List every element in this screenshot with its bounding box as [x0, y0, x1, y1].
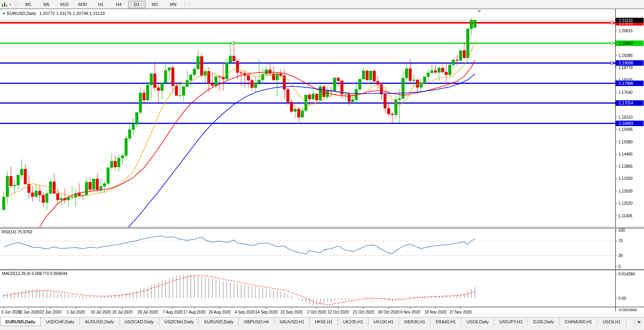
timeframe-button-H1[interactable]: H1: [92, 1, 109, 8]
chart-tab-china300-h1[interactable]: CHINA300,H1: [559, 317, 598, 326]
hline-1.17998[interactable]: 1.17998: [0, 81, 644, 86]
chart-tab-ger30-h1[interactable]: GER30,H1: [399, 317, 431, 326]
price-chart[interactable]: 1.206151.193851.187701.181551.175401.163…: [0, 9, 644, 227]
hline-1.19008[interactable]: 1.19008: [0, 60, 644, 66]
chart-title: ▼EURUSD,Daily1.20772 1.21175 1.20749 1.2…: [2, 11, 105, 16]
svg-text:1.14465: 1.14465: [618, 152, 633, 156]
chart-symbol: EURUSD,Daily: [7, 11, 36, 16]
svg-text:1.11405: 1.11405: [618, 214, 633, 218]
date-labels: 3 Jun 202012 Jun 202022 Jun 20201 Jul 20…: [1, 307, 472, 314]
chart-tab-usdcnh-daily[interactable]: USDCNH,Daily: [159, 317, 199, 326]
chart-shift-marker-icon[interactable]: [477, 10, 481, 13]
svg-text:20 Jul 2020: 20 Jul 2020: [112, 310, 133, 314]
candles[interactable]: [2, 18, 477, 211]
svg-text:26 Aug 2020: 26 Aug 2020: [208, 310, 231, 314]
chart-tab-dj30-daily[interactable]: DJ30,Daily: [528, 317, 559, 326]
chart-tab-usoil-h1[interactable]: USOil,H1: [598, 317, 626, 326]
svg-text:1.19008: 1.19008: [619, 61, 633, 65]
chart-type-icon[interactable]: [1, 1, 8, 7]
svg-text:1.18770: 1.18770: [618, 66, 633, 70]
bar-glyph: [6, 5, 7, 7]
svg-text:23 Sep 2020: 23 Sep 2020: [280, 310, 303, 314]
hline-1.16003[interactable]: 1.16003: [0, 121, 644, 126]
hline-1.21010[interactable]: 1.21010: [0, 20, 644, 26]
svg-text:1.21133: 1.21133: [619, 18, 633, 23]
svg-text:18 Nov 2020: 18 Nov 2020: [424, 310, 447, 314]
chart-tab-bar: EURUSD,DailyUSDCHF,DailyAUDUSD,DailyUSDC…: [0, 317, 644, 330]
svg-text:1.16003: 1.16003: [619, 121, 633, 126]
toolbar-separator: [184, 1, 185, 7]
svg-text:9 Nov 2020: 9 Nov 2020: [400, 310, 421, 314]
chart-tab-usdjpy-h1[interactable]: USDJPY,H1: [494, 317, 528, 326]
svg-text:21 Oct 2020: 21 Oct 2020: [353, 310, 374, 314]
svg-text:0.00: 0.00: [618, 296, 626, 301]
svg-text:1.17540: 1.17540: [618, 90, 633, 95]
svg-text:0.014384: 0.014384: [618, 272, 635, 276]
svg-text:12 Oct 2020: 12 Oct 2020: [328, 310, 349, 314]
svg-text:4 Sep 2020: 4 Sep 2020: [235, 310, 255, 314]
timeframe-button-H4[interactable]: H4: [110, 1, 127, 8]
svg-text:1 Jul 2020: 1 Jul 2020: [66, 310, 85, 314]
svg-text:1.20615: 1.20615: [618, 29, 633, 33]
chart-tab-usoil-daily[interactable]: USOil,Daily: [462, 317, 494, 326]
bar-glyph: [4, 2, 5, 7]
dropdown-caret-icon[interactable]: ▾: [8, 3, 13, 6]
svg-text:1.16310: 1.16310: [618, 115, 633, 119]
rsi-panel[interactable]: 10070300: [0, 228, 644, 270]
timeframe-button-M15[interactable]: M15: [56, 1, 73, 8]
tab-scroll-right-icon[interactable]: ▶: [635, 317, 644, 326]
chart-ohlc-values: 1.20772 1.21175 1.20749 1.21133: [39, 11, 105, 16]
chart-tab-audusd-daily[interactable]: AUDUSD,Daily: [80, 317, 120, 326]
timeframe-button-W1[interactable]: W1: [146, 1, 164, 8]
ma-mid-red: [40, 60, 475, 227]
chart-tab-fra40-h1[interactable]: FRA40,H1: [431, 317, 461, 326]
chart-tab-gbpusd-h4[interactable]: GBPUSD,H4: [239, 317, 274, 326]
svg-text:27 Nov 2020: 27 Nov 2020: [449, 310, 472, 314]
svg-text:22 Jun 2020: 22 Jun 2020: [40, 310, 61, 314]
timeframe-button-MN[interactable]: MN: [164, 1, 182, 8]
chart-tab-xauusd-h1[interactable]: XAUUSD,H1: [274, 317, 310, 326]
hline-1.17014[interactable]: 1.17014: [0, 100, 644, 106]
chart-window: 1.206151.193851.187701.181551.175401.163…: [0, 9, 644, 317]
time-axis[interactable]: 3 Jun 202012 Jun 202022 Jun 20201 Jul 20…: [0, 307, 644, 317]
svg-text:12 Jun 2020: 12 Jun 2020: [18, 310, 40, 314]
chart-tab-usdchf-daily[interactable]: USDCHF,Daily: [41, 317, 80, 326]
toolbar-grip[interactable]: [15, 1, 17, 7]
svg-text:17 Aug 2020: 17 Aug 2020: [183, 310, 206, 314]
chart-tab-usdcad-daily[interactable]: USDCAD,Daily: [120, 317, 159, 326]
timeframe-button-M5[interactable]: M5: [38, 1, 55, 8]
chart-tab-eurusd-daily[interactable]: EURUSD,Daily: [0, 317, 41, 326]
collapse-arrow-icon[interactable]: ▼: [2, 12, 6, 15]
svg-text:1.17998: 1.17998: [619, 81, 633, 86]
rsi-line: [4, 236, 475, 254]
macd-signal-line: [4, 275, 475, 305]
ma-fast-orange: [4, 41, 475, 198]
svg-text:1.17014: 1.17014: [619, 101, 633, 105]
svg-text:100: 100: [618, 228, 625, 233]
hline-1.19992[interactable]: 1.19992: [0, 40, 644, 46]
timeframe-button-M30[interactable]: M30: [74, 1, 91, 8]
svg-text:1.15080: 1.15080: [618, 140, 633, 144]
macd-panel[interactable]: 0.0143840.00: [0, 270, 644, 307]
line-handle[interactable]: [611, 42, 613, 44]
timeframe-button-M1[interactable]: M1: [20, 1, 37, 8]
line-handle[interactable]: [611, 22, 613, 24]
macd-histogram: [4, 274, 475, 306]
svg-text:30: 30: [618, 253, 623, 258]
timeframe-button-D1[interactable]: D1: [128, 1, 145, 8]
svg-text:1.12635: 1.12635: [618, 189, 633, 193]
line-handle[interactable]: [611, 62, 613, 64]
svg-text:1.12020: 1.12020: [618, 201, 633, 205]
chart-tab-uk100-h1[interactable]: UK100,H1: [338, 317, 369, 326]
chart-tab-eurusd-daily[interactable]: EURUSD,Daily: [199, 317, 239, 326]
svg-text:10 Jul 2020: 10 Jul 2020: [91, 310, 111, 314]
svg-text:7 Aug 2020: 7 Aug 2020: [163, 310, 183, 314]
chart-tab-uk100-h1[interactable]: UK100,H1: [368, 317, 399, 326]
mt4-window: ▾ M1M5M15M30H1H4D1W1MN 1.206151.193851.1…: [0, 0, 644, 330]
svg-text:1.13250: 1.13250: [618, 176, 633, 181]
line-handle[interactable]: [232, 42, 234, 44]
svg-text:29 Jul 2020: 29 Jul 2020: [138, 310, 158, 314]
svg-text:-0.0053960: -0.0053960: [618, 308, 637, 312]
rsi-indicator-label: RSI(14) 75.9782: [2, 229, 32, 234]
chart-tab-hk50-h1[interactable]: HK50,H1: [310, 317, 338, 326]
